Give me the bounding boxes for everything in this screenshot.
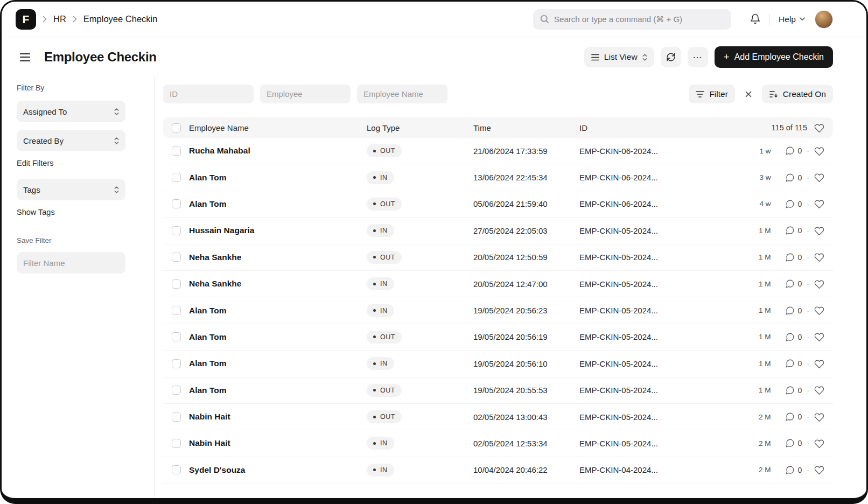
row-id[interactable]: EMP-CKIN-05-2024... xyxy=(579,386,753,395)
row-checkbox[interactable] xyxy=(172,359,181,368)
col-id[interactable]: ID xyxy=(579,123,772,132)
col-log-type[interactable]: Log Type xyxy=(367,123,473,132)
row-id[interactable]: EMP-CKIN-05-2024... xyxy=(579,279,753,289)
like-icon[interactable] xyxy=(814,306,824,315)
comment-group[interactable]: 0 xyxy=(785,306,802,316)
row-checkbox[interactable] xyxy=(172,465,181,474)
id-filter-input[interactable] xyxy=(163,85,254,103)
table-row[interactable]: Sydel D'souza IN 10/04/2024 20:46:22 EMP… xyxy=(163,457,833,484)
like-icon[interactable] xyxy=(814,279,824,289)
comment-group[interactable]: 0 xyxy=(785,226,802,235)
comment-group[interactable]: 0 xyxy=(785,199,802,209)
row-id[interactable]: EMP-CKIN-05-2024... xyxy=(579,306,753,315)
user-avatar[interactable] xyxy=(815,10,833,29)
row-checkbox[interactable] xyxy=(172,412,181,422)
like-icon[interactable] xyxy=(814,359,824,368)
row-checkbox[interactable] xyxy=(172,253,181,262)
row-employee-name[interactable]: Alan Tom xyxy=(189,359,367,368)
like-icon[interactable] xyxy=(814,412,824,422)
like-icon[interactable] xyxy=(814,173,824,182)
row-employee-name[interactable]: Alan Tom xyxy=(189,386,367,395)
row-id[interactable]: EMP-CKIN-06-2024... xyxy=(579,199,753,208)
table-row[interactable]: Neha Sankhe IN 20/05/2024 12:47:00 EMP-C… xyxy=(163,271,833,297)
table-row[interactable]: Alan Tom OUT 19/05/2024 20:56:19 EMP-CKI… xyxy=(163,324,833,351)
comment-group[interactable]: 0 xyxy=(785,332,802,342)
assigned-to-select[interactable]: Assigned To xyxy=(17,101,125,122)
row-employee-name[interactable]: Alan Tom xyxy=(189,332,367,342)
comment-group[interactable]: 0 xyxy=(785,465,802,475)
col-time[interactable]: Time xyxy=(473,123,579,132)
table-row[interactable]: Alan Tom IN 13/06/2024 22:45:34 EMP-CKIN… xyxy=(163,164,833,191)
filter-name-input[interactable] xyxy=(17,252,125,274)
frappe-logo[interactable]: F xyxy=(16,9,36,30)
comment-group[interactable]: 0 xyxy=(785,412,802,422)
sidebar-toggle-icon[interactable] xyxy=(18,51,32,64)
comment-group[interactable]: 0 xyxy=(785,386,802,395)
row-employee-name[interactable]: Alan Tom xyxy=(189,173,367,183)
row-checkbox[interactable] xyxy=(172,146,181,156)
created-by-select[interactable]: Created By xyxy=(17,130,125,151)
search-input[interactable] xyxy=(554,15,724,24)
row-id[interactable]: EMP-CKIN-04-2024... xyxy=(579,465,753,474)
row-checkbox[interactable] xyxy=(172,332,181,341)
result-count[interactable]: 115 of 115 xyxy=(772,123,807,132)
like-icon[interactable] xyxy=(814,226,824,235)
row-id[interactable]: EMP-CKIN-05-2024... xyxy=(579,359,753,368)
row-id[interactable]: EMP-CKIN-05-2024... xyxy=(579,439,753,448)
clear-filter-button[interactable] xyxy=(739,85,758,103)
row-checkbox[interactable] xyxy=(172,199,181,208)
row-checkbox[interactable] xyxy=(172,226,181,235)
row-employee-name[interactable]: Rucha Mahabal xyxy=(189,146,367,156)
row-checkbox[interactable] xyxy=(172,439,181,448)
row-id[interactable]: EMP-CKIN-05-2024... xyxy=(579,332,753,341)
table-row[interactable]: Alan Tom OUT 05/06/2024 21:59:40 EMP-CKI… xyxy=(163,191,833,218)
comment-group[interactable]: 0 xyxy=(785,438,802,448)
employee-name-filter-input[interactable] xyxy=(357,85,447,103)
row-checkbox[interactable] xyxy=(172,173,181,182)
row-checkbox[interactable] xyxy=(172,279,181,289)
show-tags-link[interactable]: Show Tags xyxy=(17,208,55,216)
help-menu[interactable]: Help xyxy=(779,15,805,24)
like-icon[interactable] xyxy=(814,439,824,448)
row-employee-name[interactable]: Alan Tom xyxy=(189,306,367,316)
row-employee-name[interactable]: Neha Sankhe xyxy=(189,253,367,262)
like-icon[interactable] xyxy=(814,465,824,474)
row-id[interactable]: EMP-CKIN-06-2024... xyxy=(579,173,753,182)
view-switcher-button[interactable]: List View xyxy=(584,47,654,67)
row-employee-name[interactable]: Nabin Hait xyxy=(189,412,367,422)
row-id[interactable]: EMP-CKIN-05-2024... xyxy=(579,253,753,262)
filter-button[interactable]: Filter xyxy=(689,85,734,103)
row-id[interactable]: EMP-CKIN-05-2024... xyxy=(579,226,753,235)
like-icon[interactable] xyxy=(814,332,824,341)
select-all-checkbox[interactable] xyxy=(172,123,181,132)
edit-filters-link[interactable]: Edit Filters xyxy=(17,159,54,167)
comment-group[interactable]: 0 xyxy=(785,253,802,262)
table-row[interactable]: Neha Sankhe OUT 20/05/2024 12:50:59 EMP-… xyxy=(163,244,833,271)
tags-select[interactable]: Tags xyxy=(17,179,125,200)
comment-group[interactable]: 0 xyxy=(785,279,802,289)
like-icon[interactable] xyxy=(814,253,824,262)
table-row[interactable]: Alan Tom IN 19/05/2024 20:56:10 EMP-CKIN… xyxy=(163,351,833,377)
row-employee-name[interactable]: Hussain Nagaria xyxy=(189,226,367,235)
global-search[interactable] xyxy=(533,9,731,30)
row-employee-name[interactable]: Neha Sankhe xyxy=(189,279,367,289)
col-employee-name[interactable]: Employee Name xyxy=(189,123,367,132)
like-icon[interactable] xyxy=(814,199,824,208)
breadcrumb-hr[interactable]: HR xyxy=(53,14,66,24)
table-row[interactable]: Alan Tom OUT 19/05/2024 20:55:53 EMP-CKI… xyxy=(163,377,833,404)
comment-group[interactable]: 0 xyxy=(785,146,802,156)
add-employee-checkin-button[interactable]: + Add Employee Checkin xyxy=(715,46,833,68)
table-row[interactable]: Nabin Hait OUT 02/05/2024 13:00:43 EMP-C… xyxy=(163,404,833,430)
more-options-button[interactable]: … xyxy=(688,47,708,67)
row-id[interactable]: EMP-CKIN-05-2024... xyxy=(579,412,753,422)
table-row[interactable]: Rucha Mahabal OUT 21/06/2024 17:33:59 EM… xyxy=(163,138,833,164)
like-icon[interactable] xyxy=(814,386,824,395)
table-row[interactable]: Alan Tom IN 19/05/2024 20:56:23 EMP-CKIN… xyxy=(163,297,833,324)
row-id[interactable]: EMP-CKIN-06-2024... xyxy=(579,146,753,156)
row-employee-name[interactable]: Sydel D'souza xyxy=(189,465,367,475)
notifications-bell-icon[interactable] xyxy=(750,13,761,25)
row-employee-name[interactable]: Nabin Hait xyxy=(189,438,367,448)
table-row[interactable]: Nabin Hait IN 02/05/2024 12:53:34 EMP-CK… xyxy=(163,430,833,457)
row-checkbox[interactable] xyxy=(172,306,181,315)
breadcrumb-current[interactable]: Employee Checkin xyxy=(83,14,158,24)
